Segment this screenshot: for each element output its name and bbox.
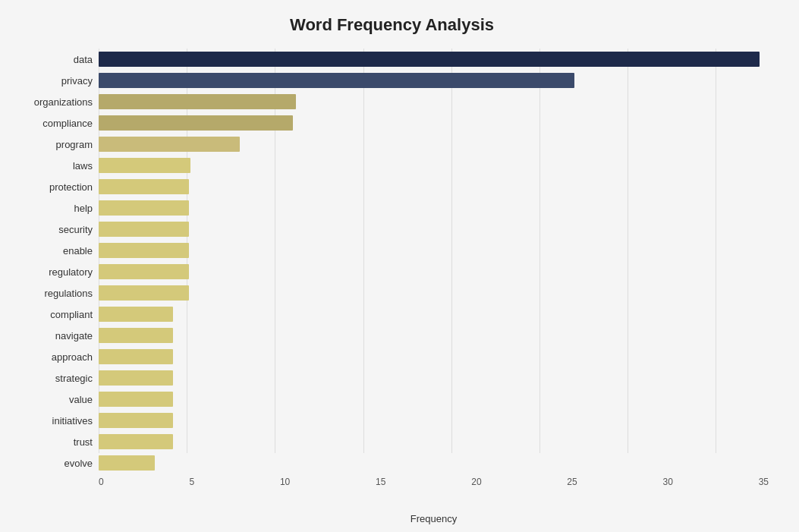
y-label: approach bbox=[52, 347, 93, 368]
bar bbox=[99, 158, 190, 173]
bar-row bbox=[99, 49, 769, 69]
bar bbox=[99, 349, 173, 364]
bar-row bbox=[99, 71, 769, 90]
x-axis: 05101520253035 bbox=[99, 474, 769, 487]
bars-area bbox=[99, 49, 769, 474]
bar-row bbox=[99, 389, 769, 409]
x-tick: 10 bbox=[280, 477, 290, 487]
bar bbox=[99, 328, 173, 343]
x-tick: 25 bbox=[567, 477, 577, 487]
x-tick: 30 bbox=[663, 477, 673, 487]
y-label: initiatives bbox=[52, 411, 93, 432]
bar bbox=[99, 222, 189, 237]
bar bbox=[99, 179, 189, 194]
bar bbox=[99, 52, 760, 67]
bar bbox=[99, 200, 189, 216]
bar-row bbox=[99, 368, 769, 388]
bar bbox=[99, 73, 574, 88]
x-tick: 5 bbox=[189, 477, 194, 487]
x-tick: 0 bbox=[99, 477, 104, 487]
y-axis: dataprivacyorganizationscomplianceprogra… bbox=[15, 49, 99, 474]
bar-row bbox=[99, 262, 769, 282]
y-label: navigate bbox=[55, 326, 93, 347]
y-label: regulatory bbox=[49, 261, 93, 282]
y-label: trust bbox=[74, 432, 93, 453]
y-label: compliance bbox=[42, 112, 93, 134]
x-tick: 35 bbox=[759, 477, 769, 487]
bar-row bbox=[99, 283, 769, 303]
bar bbox=[99, 455, 155, 471]
bar-row bbox=[99, 432, 769, 452]
bar bbox=[99, 243, 189, 258]
bar-row bbox=[99, 92, 769, 112]
bar-row bbox=[99, 177, 769, 197]
y-label: data bbox=[74, 49, 93, 70]
y-label: privacy bbox=[61, 70, 93, 91]
y-label: compliant bbox=[50, 304, 93, 326]
bar-row bbox=[99, 113, 769, 133]
bar bbox=[99, 115, 293, 131]
y-label: strategic bbox=[55, 368, 93, 389]
bar bbox=[99, 94, 296, 109]
bar-row bbox=[99, 134, 769, 154]
bar-row bbox=[99, 219, 769, 239]
bar-row bbox=[99, 198, 769, 218]
bar-row bbox=[99, 304, 769, 324]
bar-row bbox=[99, 156, 769, 175]
bar bbox=[99, 307, 173, 322]
bar-row bbox=[99, 241, 769, 260]
bar bbox=[99, 264, 189, 279]
y-label: organizations bbox=[34, 91, 93, 112]
y-label: evolve bbox=[64, 453, 93, 474]
bar bbox=[99, 413, 173, 428]
bar bbox=[99, 370, 173, 386]
bar-row bbox=[99, 347, 769, 367]
y-label: program bbox=[56, 134, 93, 155]
x-axis-label: Frequency bbox=[83, 513, 784, 524]
bar-row bbox=[99, 411, 769, 430]
y-label: help bbox=[74, 197, 93, 219]
y-label: security bbox=[58, 219, 93, 240]
bar bbox=[99, 137, 240, 152]
y-label: value bbox=[69, 389, 93, 411]
bar bbox=[99, 285, 189, 301]
chart-title: Word Frequency Analysis bbox=[15, 15, 769, 35]
bar-row bbox=[99, 326, 769, 345]
bars-and-grid: 05101520253035 bbox=[99, 49, 769, 474]
y-label: protection bbox=[49, 176, 93, 197]
bar bbox=[99, 434, 173, 449]
y-label: laws bbox=[73, 155, 93, 176]
chart-container: Word Frequency Analysis dataprivacyorgan… bbox=[0, 0, 799, 532]
x-tick: 15 bbox=[376, 477, 385, 487]
bar-row bbox=[99, 453, 769, 473]
y-label: enable bbox=[63, 240, 93, 261]
chart-area: dataprivacyorganizationscomplianceprogra… bbox=[15, 49, 769, 474]
x-tick: 20 bbox=[471, 477, 481, 487]
y-label: regulations bbox=[44, 283, 93, 304]
bar bbox=[99, 392, 173, 407]
